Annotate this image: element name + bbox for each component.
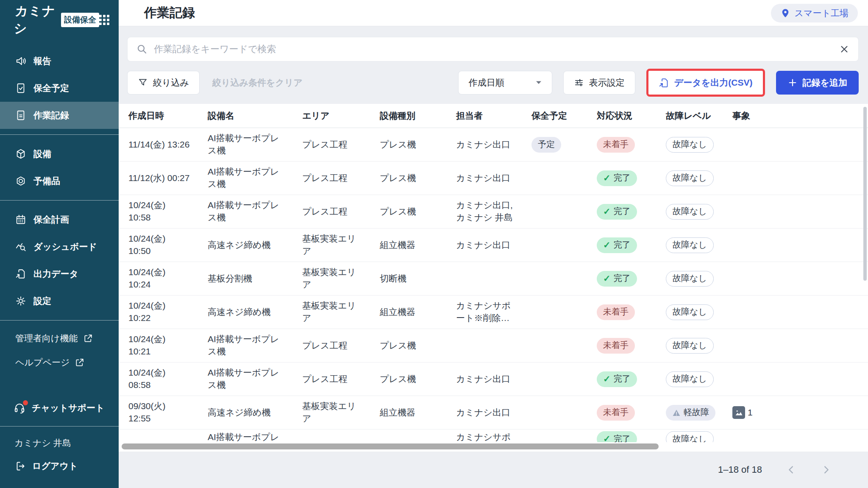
logout-label: ログアウト (32, 460, 78, 472)
cell-category: 組立機器 (380, 306, 456, 318)
status-badge: 未着手 (597, 338, 635, 354)
user-name: カミナシ 井島 (0, 432, 119, 454)
cell-created: 11/14(金) 13:26 (128, 139, 208, 151)
cell-created: 10/24(金) 10:58 (128, 199, 208, 224)
column-header: 事象 (732, 110, 868, 122)
fault-badge-cell: 故障なし (666, 304, 732, 320)
table-row[interactable]: 10/24(金) 10:58AI搭載サーボプレス機プレス工程プレス機カミナシ出口… (119, 195, 868, 229)
sidebar-item-export-data[interactable]: 出力データ (0, 260, 119, 287)
fault-badge: 故障なし (666, 431, 714, 442)
cell-category: プレス機 (380, 206, 456, 218)
fault-badge: 故障なし (666, 271, 714, 287)
logout-button[interactable]: ログアウト (0, 454, 119, 478)
vertical-scrollbar-thumb[interactable] (863, 107, 867, 281)
sidebar-divider (0, 134, 119, 135)
sidebar-item-dashboard[interactable]: ダッシュボード (0, 233, 119, 260)
sort-order-select[interactable]: 作成日順 (458, 71, 552, 95)
file-export-icon (659, 78, 669, 88)
table-header-row: 作成日時 設備名 エリア 設備種別 担当者 保全予定 対応状況 故障レベル 事象 (119, 104, 868, 128)
table-row[interactable]: 10/24(金) 10:50高速ネジ締め機基板実装エリア組立機器カミナシ出口✓完… (119, 229, 868, 262)
status-badge-cell: ✓完了 (597, 170, 666, 186)
status-badge: ✓完了 (597, 204, 637, 220)
cell-equipment: AI搭載サーボプレス機 (208, 166, 302, 190)
sidebar-link-label: 管理者向け機能 (15, 332, 78, 344)
cell-assignee: カミナシ出口 (456, 373, 531, 385)
fault-badge-label: 故障なし (673, 172, 707, 184)
add-record-label: 記録を追加 (803, 77, 848, 89)
table-row[interactable]: AI搭載サーボプレスカミナシサポ✓完了故障なし (119, 429, 868, 442)
horizontal-scrollbar-thumb[interactable] (122, 443, 659, 449)
horizontal-scrollbar (119, 442, 868, 452)
clear-filter-link[interactable]: 絞り込み条件をクリア (212, 77, 303, 89)
cell-equipment: 高速ネジ締め機 (208, 407, 302, 419)
status-badge-label: 完了 (614, 433, 631, 442)
add-record-button[interactable]: 記録を追加 (776, 71, 859, 95)
fault-badge: 軽故障 (666, 405, 715, 421)
display-settings-button[interactable]: 表示設定 (563, 71, 635, 95)
status-badge: ✓完了 (597, 237, 637, 253)
status-badge-label: 未着手 (603, 306, 629, 318)
column-header: 設備種別 (380, 110, 456, 122)
table-row[interactable]: 10/24(金) 10:22高速ネジ締め機基板実装エリア組立機器カミナシサポート… (119, 296, 868, 329)
cell-created: 10/24(金) 10:22 (128, 300, 208, 324)
sidebar-item-label: 予備品 (33, 175, 60, 187)
table-footer: 1–18 of 18 (119, 452, 868, 488)
status-badge-label: 完了 (614, 172, 631, 184)
column-header: 故障レベル (666, 110, 732, 122)
cell-created: 10/24(金) 10:50 (128, 233, 208, 257)
filter-toolbar: 絞り込み 絞り込み条件をクリア 作成日順 表示設定 (127, 71, 859, 95)
sidebar-item-spare-parts[interactable]: 予備品 (0, 167, 119, 195)
check-icon: ✓ (603, 206, 611, 218)
export-csv-button[interactable]: データを出力(CSV) (648, 71, 763, 95)
status-badge-cell: ✓完了 (597, 431, 666, 442)
fault-badge-cell: 軽故障 (666, 405, 732, 421)
nut-icon (15, 176, 26, 187)
headset-icon (14, 402, 25, 414)
chevron-left-icon[interactable] (786, 464, 797, 475)
close-icon[interactable] (839, 44, 850, 55)
status-badge-cell: ✓完了 (597, 371, 666, 387)
table-row[interactable]: 11/12(水) 00:27AI搭載サーボプレス機プレス工程プレス機カミナシ出口… (119, 162, 868, 195)
sidebar-nav: 報告 保全予定 作業記録 設備 予備品 保全計画 (0, 47, 119, 374)
cell-area: プレス工程 (302, 373, 380, 385)
table-row[interactable]: 09/30(火) 12:55高速ネジ締め機基板実装エリア組立機器カミナシ出口未着… (119, 396, 868, 429)
highlight-box: データを出力(CSV) (646, 69, 765, 97)
status-badge: ✓完了 (597, 170, 637, 186)
table-row[interactable]: 11/14(金) 13:26AI搭載サーボプレス機プレス工程プレス機カミナシ出口… (119, 128, 868, 162)
document-check-icon (15, 83, 26, 94)
document-lines-icon (15, 110, 26, 121)
status-badge-cell: ✓完了 (597, 204, 666, 220)
sidebar-item-equipment[interactable]: 設備 (0, 140, 119, 167)
cell-category: 組立機器 (380, 239, 456, 251)
sidebar-link-label: ヘルプページ (15, 357, 70, 368)
sidebar-item-maintenance-schedule[interactable]: 保全予定 (0, 75, 119, 102)
table-row[interactable]: 10/24(金) 08:58AI搭載サーボプレス機プレス工程プレス機カミナシ出口… (119, 363, 868, 396)
sidebar-item-settings[interactable]: 設定 (0, 287, 119, 315)
cell-area: 基板実装エリア (302, 400, 380, 425)
cell-equipment: AI搭載サーボプレス (208, 431, 302, 442)
table-row[interactable]: 10/24(金) 10:21AI搭載サーボプレス機プレス工程プレス機未着手故障な… (119, 329, 868, 363)
sidebar-item-maintenance-plan[interactable]: 保全計画 (0, 206, 119, 233)
cell-equipment: 高速ネジ締め機 (208, 239, 302, 251)
search-input[interactable] (154, 44, 833, 55)
sidebar-item-work-records[interactable]: 作業記録 (0, 102, 119, 129)
sliders-icon (574, 78, 584, 88)
filter-button[interactable]: 絞り込み (127, 71, 200, 95)
sidebar-link-help-page[interactable]: ヘルプページ (0, 350, 119, 374)
chevron-right-icon[interactable] (821, 464, 832, 475)
app-switcher-grid-icon[interactable] (99, 15, 109, 25)
fault-badge-cell: 故障なし (666, 271, 732, 287)
records-table: 作成日時 設備名 エリア 設備種別 担当者 保全予定 対応状況 故障レベル 事象… (119, 104, 868, 452)
cell-category: 切断機 (380, 273, 456, 285)
image-count: 1 (748, 407, 753, 419)
check-icon: ✓ (603, 373, 611, 385)
location-selector[interactable]: スマート工場 (771, 4, 858, 22)
location-label: スマート工場 (795, 7, 849, 19)
table-row[interactable]: 10/24(金) 10:24基板分割機基板実装エリア切断機✓完了故障なし (119, 262, 868, 296)
chat-support-button[interactable]: チャットサポート (0, 395, 119, 421)
sidebar-link-admin-features[interactable]: 管理者向け機能 (0, 326, 119, 350)
megaphone-icon (15, 56, 26, 67)
chevron-down-icon (536, 81, 542, 85)
sidebar-item-report[interactable]: 報告 (0, 47, 119, 75)
cell-category: 組立機器 (380, 407, 456, 419)
